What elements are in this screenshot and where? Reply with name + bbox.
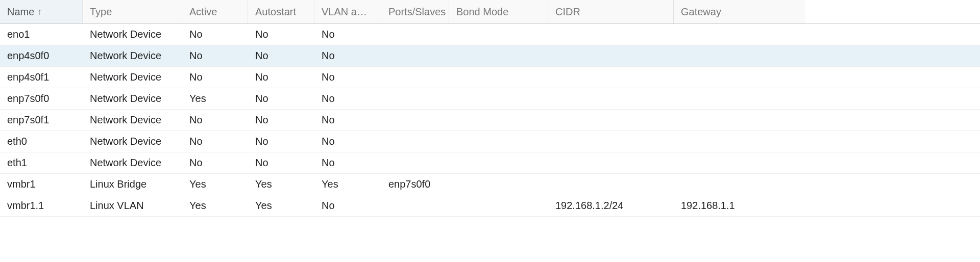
cell-name: eth0 — [0, 136, 83, 147]
cell-name: enp7s0f0 — [0, 93, 83, 104]
cell-name: vmbr1 — [0, 178, 83, 190]
cell-type: Network Device — [83, 157, 182, 169]
cell-autostart: No — [248, 50, 314, 62]
grid-header-row: Name ↑ Type Active Autostart VLAN a… Por… — [0, 0, 980, 24]
cell-name: enp7s0f1 — [0, 114, 83, 126]
cell-type: Linux VLAN — [83, 200, 182, 212]
cell-type: Network Device — [83, 93, 182, 104]
table-row[interactable]: enp4s0f1Network DeviceNoNoNo — [0, 67, 980, 88]
table-row[interactable]: eno1Network DeviceNoNoNo — [0, 24, 980, 45]
cell-active: No — [182, 136, 248, 147]
col-header-autostart[interactable]: Autostart — [248, 0, 314, 23]
cell-gw: 192.168.1.1 — [674, 200, 805, 212]
cell-vlan: No — [314, 157, 381, 169]
cell-ports: enp7s0f0 — [381, 178, 449, 190]
cell-vlan: No — [314, 114, 381, 126]
cell-vlan: No — [314, 93, 381, 104]
cell-autostart: Yes — [248, 200, 314, 212]
col-header-bond-label: Bond Mode — [456, 6, 508, 18]
table-row[interactable]: eth1Network DeviceNoNoNo — [0, 152, 980, 174]
table-row[interactable]: enp7s0f1Network DeviceNoNoNo — [0, 110, 980, 131]
col-header-ports[interactable]: Ports/Slaves — [381, 0, 449, 23]
col-header-ports-label: Ports/Slaves — [388, 6, 446, 18]
table-row[interactable]: enp4s0f0Network DeviceNoNoNo — [0, 45, 980, 67]
cell-active: Yes — [182, 93, 248, 104]
cell-vlan: No — [314, 200, 381, 212]
cell-autostart: Yes — [248, 178, 314, 190]
col-header-gateway-label: Gateway — [681, 6, 721, 18]
col-header-active-label: Active — [189, 6, 217, 18]
col-header-vlan-label: VLAN a… — [322, 6, 367, 18]
col-header-vlan[interactable]: VLAN a… — [314, 0, 381, 23]
col-header-active[interactable]: Active — [182, 0, 248, 23]
col-header-autostart-label: Autostart — [255, 6, 296, 18]
cell-name: vmbr1.1 — [0, 200, 83, 212]
cell-vlan: No — [314, 136, 381, 147]
grid-body: eno1Network DeviceNoNoNoenp4s0f0Network … — [0, 24, 980, 217]
cell-autostart: No — [248, 29, 314, 40]
cell-type: Network Device — [83, 114, 182, 126]
cell-name: eno1 — [0, 29, 83, 40]
cell-vlan: No — [314, 29, 381, 40]
table-row[interactable]: eth0Network DeviceNoNoNo — [0, 131, 980, 152]
cell-active: No — [182, 50, 248, 62]
cell-name: enp4s0f0 — [0, 50, 83, 62]
cell-autostart: No — [248, 136, 314, 147]
cell-autostart: No — [248, 93, 314, 104]
col-header-name[interactable]: Name ↑ — [0, 0, 83, 23]
cell-type: Network Device — [83, 71, 182, 83]
cell-active: No — [182, 114, 248, 126]
cell-active: No — [182, 157, 248, 169]
col-header-cidr[interactable]: CIDR — [548, 0, 674, 23]
cell-vlan: No — [314, 50, 381, 62]
network-interfaces-grid: Name ↑ Type Active Autostart VLAN a… Por… — [0, 0, 980, 217]
col-header-type-label: Type — [90, 6, 112, 18]
cell-name: enp4s0f1 — [0, 71, 83, 83]
col-header-name-label: Name — [7, 6, 34, 18]
cell-active: Yes — [182, 178, 248, 190]
cell-active: No — [182, 71, 248, 83]
cell-autostart: No — [248, 157, 314, 169]
cell-type: Network Device — [83, 136, 182, 147]
table-row[interactable]: enp7s0f0Network DeviceYesNoNo — [0, 88, 980, 110]
col-header-type[interactable]: Type — [83, 0, 182, 23]
table-row[interactable]: vmbr1.1Linux VLANYesYesNo192.168.1.2/241… — [0, 195, 980, 217]
table-row[interactable]: vmbr1Linux BridgeYesYesYesenp7s0f0 — [0, 174, 980, 195]
cell-name: eth1 — [0, 157, 83, 169]
cell-vlan: Yes — [314, 178, 381, 190]
col-header-bond[interactable]: Bond Mode — [449, 0, 548, 23]
cell-active: Yes — [182, 200, 248, 212]
col-header-gateway[interactable]: Gateway — [674, 0, 805, 23]
sort-asc-icon: ↑ — [37, 7, 42, 16]
cell-type: Network Device — [83, 50, 182, 62]
cell-active: No — [182, 29, 248, 40]
col-header-cidr-label: CIDR — [555, 6, 580, 18]
cell-vlan: No — [314, 71, 381, 83]
cell-type: Network Device — [83, 29, 182, 40]
cell-autostart: No — [248, 71, 314, 83]
cell-type: Linux Bridge — [83, 178, 182, 190]
cell-autostart: No — [248, 114, 314, 126]
cell-cidr: 192.168.1.2/24 — [548, 200, 674, 212]
